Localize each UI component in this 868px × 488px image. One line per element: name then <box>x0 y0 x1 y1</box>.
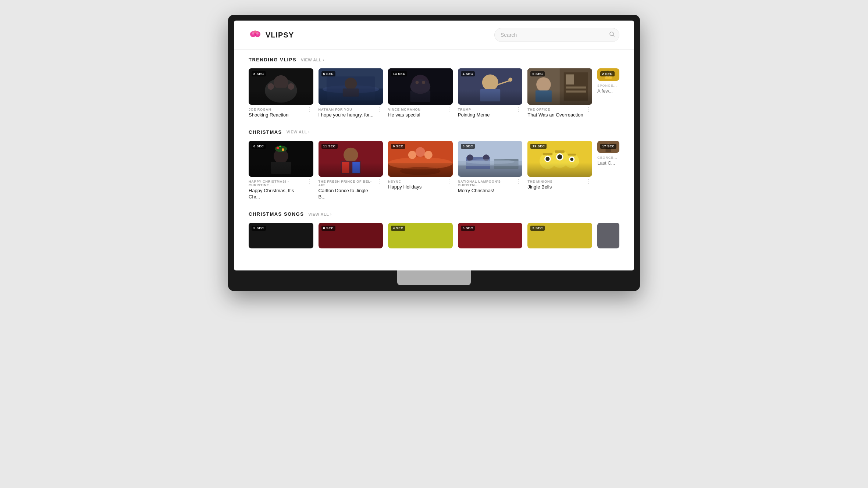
card-christmas-christine[interactable]: 6 SEC HAPPY CHRISTMAS! - CHRISTINE ... H… <box>249 141 313 201</box>
view-all-christmas-songs[interactable]: VIEW ALL › <box>308 212 331 216</box>
card-info-fresh-prince: THE FRESH PRINCE OF BEL-AIR Carlton Danc… <box>319 177 383 200</box>
card-fresh-prince[interactable]: 11 SEC THE FRESH PRINCE OF BEL-AIR Carlt… <box>319 141 383 201</box>
card-duration-song-1: 5 SEC <box>252 226 266 231</box>
section-title-christmas: CHRISTMAS <box>249 129 282 135</box>
card-minions[interactable]: 19 SEC THE MINIONS Jingle Bells ⋮ <box>527 141 592 201</box>
card-menu-trump[interactable]: ⋮ <box>515 107 522 113</box>
card-thumb-song-4: 6 SEC <box>458 223 523 248</box>
card-song-2[interactable]: 8 SEC <box>319 223 383 248</box>
card-show-christine: HAPPY CHRISTMAS! - CHRISTINE ... <box>249 180 306 187</box>
card-menu-nsync[interactable]: ⋮ <box>445 179 453 185</box>
main-content: TRENDING VLIPS VIEW ALL › <box>234 50 634 270</box>
card-song-6-partial[interactable] <box>597 223 619 248</box>
logo-text: VLIPSY <box>266 31 294 39</box>
card-duration-song-4: 6 SEC <box>461 226 475 231</box>
svg-point-62 <box>416 147 425 157</box>
card-show-vince: VINCE MCMAHON <box>388 108 445 111</box>
card-trump[interactable]: 4 SEC TRUMP Pointing Meme ⋮ <box>458 68 523 118</box>
card-info-lampoon: NATIONAL LAMPOON'S CHRISTM... Merry Chri… <box>458 177 523 194</box>
card-info-office: THE OFFICE That Was an Overreaction ⋮ <box>527 105 592 118</box>
card-menu-minions[interactable]: ⋮ <box>585 179 592 185</box>
card-thumb-office: 5 SEC <box>527 68 592 105</box>
card-thumb-vince: 13 SEC <box>388 68 453 105</box>
card-song-4[interactable]: 6 SEC <box>458 223 523 248</box>
logo[interactable]: VLIPSY <box>249 28 294 42</box>
card-thumb-song-3: 4 SEC <box>388 223 453 248</box>
svg-point-4 <box>256 32 259 35</box>
trending-cards-row: 8 SEC JOE ROGAN Shocking Reaction ⋮ <box>249 68 619 118</box>
card-thumb-christine: 6 SEC <box>249 141 313 177</box>
card-title-nathan: I hope you're hungry, for... <box>319 112 376 118</box>
card-lampoon[interactable]: 3 SEC NATIONAL LAMPOON'S CHRISTM... Merr… <box>458 141 523 201</box>
card-thumb-george: 17 SEC <box>597 141 619 153</box>
section-header-christmas: CHRISTMAS VIEW ALL › <box>249 129 619 135</box>
card-menu-office[interactable]: ⋮ <box>585 107 592 113</box>
card-vince[interactable]: 13 SEC VINCE MCMAHON He was special ⋮ <box>388 68 453 118</box>
card-joe-rogan[interactable]: 8 SEC JOE ROGAN Shocking Reaction ⋮ <box>249 68 313 118</box>
svg-point-17 <box>345 78 357 90</box>
card-menu-nathan[interactable]: ⋮ <box>376 107 383 113</box>
card-george-partial[interactable]: 17 SEC GEORGE... Last C... <box>597 141 619 201</box>
card-title-fresh-prince: Carlton Dance to Jingle B... <box>319 188 376 200</box>
svg-point-26 <box>482 74 498 90</box>
card-office[interactable]: 5 SEC THE OFFICE That Was an Overreactio… <box>527 68 592 118</box>
app-container: VLIPSY TRENDING VLI <box>234 21 634 270</box>
section-christmas: CHRISTMAS VIEW ALL › <box>249 129 619 201</box>
chevron-right-icon-christmas: › <box>308 130 310 134</box>
card-title-lampoon: Merry Christmas! <box>458 188 515 194</box>
card-nsync[interactable]: 6 SEC NSYNC Happy Holidays ⋮ <box>388 141 453 201</box>
view-all-christmas[interactable]: VIEW ALL › <box>287 130 310 134</box>
search-icon <box>609 31 615 37</box>
card-song-5[interactable]: 3 SEC <box>527 223 592 248</box>
card-show-lampoon: NATIONAL LAMPOON'S CHRISTM... <box>458 180 515 187</box>
chevron-right-icon: › <box>323 58 324 62</box>
card-duration-fresh-prince: 11 SEC <box>321 144 338 149</box>
card-menu-joe-rogan[interactable]: ⋮ <box>306 107 313 113</box>
christmas-songs-cards-row: 5 SEC 8 SEC 4 SEC <box>249 223 619 248</box>
card-duration-sponge: 2 SEC <box>600 71 615 76</box>
card-title-george: Last C... <box>597 160 619 166</box>
svg-point-61 <box>408 151 416 159</box>
card-thumb-song-6 <box>597 223 619 248</box>
card-song-3[interactable]: 4 SEC <box>388 223 453 248</box>
svg-rect-84 <box>555 150 565 153</box>
card-info-george: GEORGE... Last C... <box>597 153 619 166</box>
card-thumb-nsync: 6 SEC <box>388 141 453 177</box>
christmas-cards-row: 6 SEC HAPPY CHRISTMAS! - CHRISTINE ... H… <box>249 141 619 201</box>
search-input[interactable] <box>494 28 619 42</box>
svg-rect-33 <box>566 74 574 84</box>
svg-point-68 <box>467 154 473 161</box>
card-show-nathan: NATHAN FOR YOU <box>319 108 376 111</box>
card-sponge-partial[interactable]: 2 SEC SPONGE... A few... <box>597 68 619 118</box>
svg-point-29 <box>508 78 512 82</box>
search-button[interactable] <box>609 31 615 39</box>
card-duration-nathan: 6 SEC <box>321 71 336 76</box>
card-title-office: That Was an Overreaction <box>527 112 585 118</box>
card-duration-christine: 6 SEC <box>252 144 266 149</box>
card-thumb-trump: 4 SEC <box>458 68 523 105</box>
card-song-1[interactable]: 5 SEC <box>249 223 313 248</box>
view-all-trending[interactable]: VIEW ALL › <box>301 58 324 62</box>
monitor-frame: VLIPSY TRENDING VLI <box>228 15 640 291</box>
card-menu-christine[interactable]: ⋮ <box>306 179 313 185</box>
card-duration-nsync: 6 SEC <box>391 144 405 149</box>
svg-point-54 <box>344 147 358 162</box>
card-thumb-joe-rogan: 8 SEC <box>249 68 313 105</box>
card-duration-vince: 13 SEC <box>391 71 407 76</box>
card-duration-george: 17 SEC <box>600 144 616 149</box>
card-thumb-song-2: 8 SEC <box>319 223 383 248</box>
card-info-minions: THE MINIONS Jingle Bells ⋮ <box>527 177 592 190</box>
card-info-nsync: NSYNC Happy Holidays ⋮ <box>388 177 453 190</box>
card-menu-fresh-prince[interactable]: ⋮ <box>376 179 383 185</box>
card-thumb-song-1: 5 SEC <box>249 223 313 248</box>
svg-point-3 <box>252 32 254 35</box>
card-menu-vince[interactable]: ⋮ <box>445 107 453 113</box>
card-nathan[interactable]: 6 SEC NATHAN FOR YOU I hope you're hungr… <box>319 68 383 118</box>
card-menu-lampoon[interactable]: ⋮ <box>515 179 522 185</box>
card-thumb-nathan: 6 SEC <box>319 68 383 105</box>
card-duration-song-5: 3 SEC <box>530 226 545 231</box>
svg-point-52 <box>279 146 281 147</box>
card-title-christine: Happy Christmas, It's Chr... <box>249 188 306 200</box>
svg-point-80 <box>546 157 550 161</box>
logo-icon <box>249 28 262 42</box>
